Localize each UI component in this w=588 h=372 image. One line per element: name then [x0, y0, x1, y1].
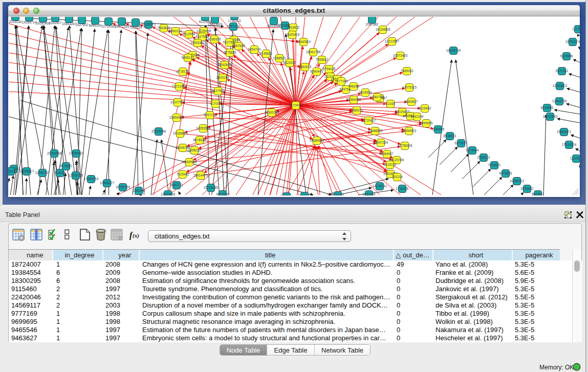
- svg-text:7986372: 7986372: [351, 108, 363, 112]
- svg-text:10654112: 10654112: [510, 179, 524, 183]
- svg-text:7955812: 7955812: [316, 58, 329, 61]
- svg-text:2935114: 2935114: [477, 156, 490, 159]
- svg-text:2261544: 2261544: [363, 192, 376, 195]
- svg-text:12213369: 12213369: [172, 84, 187, 88]
- svg-text:15692971: 15692971: [557, 130, 572, 134]
- svg-text:1167533: 1167533: [570, 157, 580, 160]
- svg-text:16782759: 16782759: [116, 185, 130, 189]
- svg-text:6794028: 6794028: [323, 67, 336, 71]
- svg-text:9115460: 9115460: [419, 106, 431, 110]
- svg-text:9331150: 9331150: [332, 193, 344, 195]
- svg-text:7663822: 7663822: [158, 26, 170, 30]
- svg-text:10543382: 10543382: [190, 41, 205, 45]
- svg-text:9899695: 9899695: [420, 121, 433, 125]
- svg-text:19166825: 19166825: [173, 132, 188, 135]
- svg-text:8912954: 8912954: [183, 32, 195, 36]
- svg-text:15720407: 15720407: [361, 119, 376, 122]
- svg-text:10653267: 10653267: [62, 22, 77, 26]
- svg-text:2718176: 2718176: [177, 70, 189, 73]
- svg-text:1640995: 1640995: [432, 127, 445, 131]
- svg-text:9474444: 9474444: [466, 148, 479, 152]
- svg-text:16961758: 16961758: [306, 50, 321, 54]
- svg-text:8471626: 8471626: [499, 171, 512, 175]
- svg-text:8322037: 8322037: [284, 61, 296, 64]
- svg-text:9329996: 9329996: [560, 54, 573, 58]
- svg-text:17957253: 17957253: [84, 177, 99, 181]
- svg-text:9242848: 9242848: [219, 63, 231, 67]
- svg-text:7485063: 7485063: [401, 69, 413, 73]
- svg-text:9975857: 9975857: [60, 164, 73, 168]
- svg-text:2803144: 2803144: [216, 76, 229, 79]
- svg-text:15716485: 15716485: [204, 186, 219, 189]
- svg-text:16648784: 16648784: [446, 49, 461, 52]
- svg-text:1615112: 1615112: [384, 163, 397, 166]
- svg-text:12093822: 12093822: [553, 84, 568, 87]
- svg-text:10719185: 10719185: [101, 25, 116, 28]
- svg-text:17016504: 17016504: [562, 143, 577, 146]
- svg-text:1588520: 1588520: [273, 56, 286, 60]
- svg-text:19654985: 19654985: [169, 116, 184, 119]
- svg-text:12156817: 12156817: [19, 169, 34, 173]
- svg-text:9896172: 9896172: [182, 56, 194, 59]
- svg-text:2367608: 2367608: [232, 44, 245, 48]
- svg-text:6466160: 6466160: [89, 24, 102, 27]
- svg-text:7515524: 7515524: [129, 26, 142, 29]
- svg-text:8938923: 8938923: [444, 134, 456, 138]
- svg-text:14055714: 14055714: [22, 20, 37, 24]
- svg-text:5084067: 5084067: [381, 152, 394, 156]
- svg-text:19384554: 19384554: [310, 139, 324, 142]
- svg-text:14136141: 14136141: [373, 184, 387, 188]
- svg-text:14353594: 14353594: [196, 126, 211, 130]
- svg-text:9457771: 9457771: [170, 183, 183, 187]
- svg-text:10973493: 10973493: [393, 54, 408, 57]
- svg-text:8427552: 8427552: [212, 89, 225, 93]
- svg-text:3915127: 3915127: [8, 169, 17, 173]
- svg-text:1117503: 1117503: [572, 27, 580, 31]
- svg-text:18126571: 18126571: [141, 23, 156, 26]
- svg-text:7357224: 7357224: [227, 25, 240, 28]
- svg-text:10958127: 10958127: [100, 181, 115, 185]
- svg-text:2087682: 2087682: [366, 23, 379, 26]
- svg-text:16914479: 16914479: [193, 173, 208, 177]
- svg-text:9327508: 9327508: [223, 40, 236, 44]
- svg-text:18300295: 18300295: [265, 111, 279, 114]
- svg-text:12213967: 12213967: [385, 39, 400, 43]
- svg-text:417006: 417006: [210, 102, 221, 105]
- svg-text:9812055: 9812055: [216, 192, 229, 195]
- svg-text:16210643: 16210643: [543, 115, 558, 118]
- svg-text:8990443: 8990443: [311, 70, 323, 73]
- svg-text:20364436: 20364436: [346, 98, 361, 101]
- svg-text:9923411: 9923411: [532, 192, 545, 195]
- svg-text:3267110: 3267110: [204, 113, 216, 117]
- svg-text:1044127: 1044127: [298, 194, 311, 195]
- svg-text:15409949: 15409949: [182, 160, 197, 164]
- svg-text:114519: 114519: [55, 171, 66, 174]
- svg-text:8660124: 8660124: [169, 29, 182, 33]
- svg-text:18907269: 18907269: [374, 141, 388, 144]
- svg-text:9327505: 9327505: [196, 35, 209, 38]
- svg-text:9461344: 9461344: [411, 115, 424, 118]
- svg-text:1733426: 1733426: [396, 187, 409, 190]
- svg-text:13226058: 13226058: [197, 29, 211, 33]
- svg-text:(x): (x): [133, 232, 139, 239]
- svg-text:10107554: 10107554: [170, 100, 185, 104]
- svg-text:8463627: 8463627: [405, 100, 418, 103]
- svg-text:62160: 62160: [386, 102, 395, 105]
- svg-text:1362615: 1362615: [299, 65, 312, 69]
- svg-text:7625402: 7625402: [177, 172, 189, 176]
- svg-text:12505135: 12505135: [69, 173, 83, 177]
- svg-text:252214: 252214: [391, 175, 403, 179]
- svg-text:16154808: 16154808: [376, 28, 390, 31]
- svg-text:20053346: 20053346: [151, 129, 166, 133]
- svg-text:18724007: 18724007: [289, 103, 303, 107]
- svg-text:8186328: 8186328: [208, 37, 221, 41]
- svg-text:19654923: 19654923: [402, 129, 417, 133]
- svg-text:17359924: 17359924: [69, 151, 84, 155]
- svg-text:1292346: 1292346: [133, 189, 145, 192]
- svg-text:1163507: 1163507: [49, 21, 62, 25]
- svg-text:9777169: 9777169: [335, 79, 348, 83]
- svg-text:8678332: 8678332: [193, 138, 206, 142]
- svg-text:16671355: 16671355: [115, 25, 129, 28]
- svg-text:13325419: 13325419: [285, 33, 300, 36]
- svg-text:7563822: 7563822: [287, 26, 300, 29]
